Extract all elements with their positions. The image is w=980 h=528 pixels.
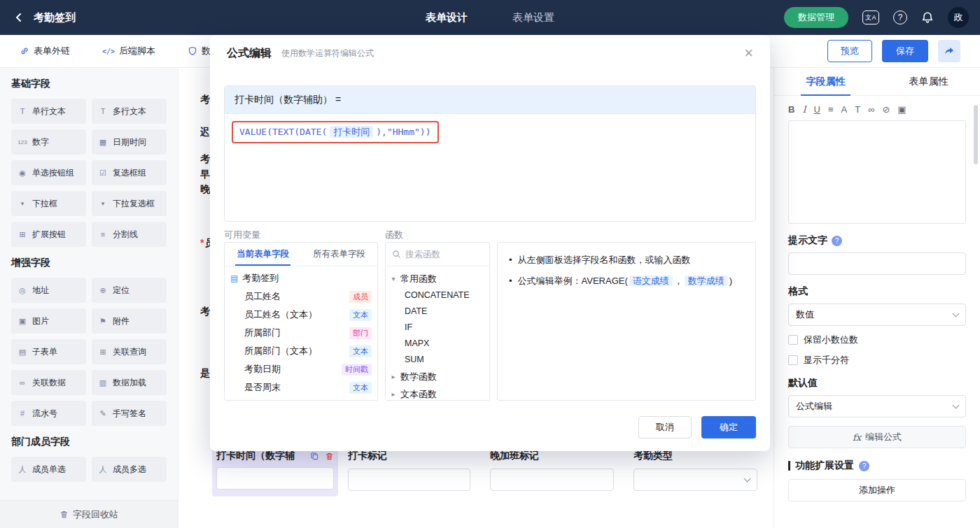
- help-example-suffix: ): [729, 276, 732, 286]
- thousand-separator-checkbox[interactable]: 显示千分符: [788, 354, 966, 366]
- canvas-field-input[interactable]: [490, 469, 614, 491]
- field-item-divider[interactable]: ≡分割线: [92, 222, 167, 247]
- radio-icon: ◉: [17, 169, 28, 178]
- canvas-field-attendance-type[interactable]: 考勤类型: [634, 450, 757, 491]
- copy-icon[interactable]: [310, 452, 319, 461]
- function-item-date[interactable]: DATE: [390, 304, 485, 320]
- back-button[interactable]: [11, 10, 27, 25]
- field-item-multi-line-text[interactable]: T多行文本: [92, 99, 167, 124]
- field-item-single-line-text[interactable]: T单行文本: [11, 99, 86, 124]
- function-search-input[interactable]: [405, 250, 483, 259]
- preview-button[interactable]: 预览: [827, 40, 872, 62]
- field-item-radio-group[interactable]: ◉单选按钮组: [11, 160, 86, 185]
- hint-text-input[interactable]: [788, 252, 966, 275]
- variable-row-employee-name-text[interactable]: 员工姓名（文本）文本: [230, 306, 372, 324]
- clipped-label: 是: [200, 367, 210, 380]
- unlink-icon[interactable]: ⊘: [882, 104, 890, 115]
- extension-help-icon[interactable]: ?: [859, 461, 869, 471]
- canvas-field-night-shift-mark[interactable]: 晚加班标记: [490, 450, 614, 491]
- insert-image-icon[interactable]: ▣: [897, 104, 906, 115]
- variable-row-is-weekend[interactable]: 是否周末文本: [230, 378, 372, 397]
- default-value-select[interactable]: 公式编辑: [788, 395, 966, 418]
- tab-all-form-fields[interactable]: 所有表单字段: [301, 243, 377, 266]
- canvas-field-punch-time-selected[interactable]: 打卡时间（数字辅: [212, 444, 338, 497]
- basic-fields-grid: T单行文本 T多行文本 123数字 ▦日期时间 ◉单选按钮组 ☑复选框组 ▼下拉…: [11, 99, 167, 247]
- font-size-icon[interactable]: T: [855, 104, 860, 115]
- help-icon[interactable]: ?: [893, 10, 907, 24]
- formula-editor-area[interactable]: VALUE(TEXT(DATE(打卡时间),"HHmm")): [225, 114, 755, 221]
- decimal-checkbox[interactable]: 保留小数位数: [788, 334, 966, 346]
- notification-bell-icon[interactable]: [921, 11, 934, 24]
- field-item-address[interactable]: ◎地址: [11, 278, 86, 303]
- delete-field-icon[interactable]: [325, 452, 334, 461]
- confirm-button[interactable]: 确定: [701, 416, 756, 438]
- field-palette-sidebar: 基础字段 T单行文本 T多行文本 123数字 ▦日期时间 ◉单选按钮组 ☑复选框…: [0, 68, 178, 528]
- function-item-sum[interactable]: SUM: [390, 352, 485, 368]
- canvas-field-punch-mark[interactable]: 打卡标记: [348, 450, 470, 491]
- canvas-field-input[interactable]: [216, 467, 334, 490]
- tab-current-form-fields[interactable]: 当前表单字段: [225, 243, 301, 266]
- underline-icon[interactable]: U: [814, 104, 820, 115]
- formula-target: 打卡时间（数字辅助） =: [225, 86, 755, 114]
- tab-field-properties[interactable]: 字段属性: [774, 68, 877, 95]
- field-item-member-multi[interactable]: 人成员多选: [92, 457, 167, 482]
- formula-field-chip[interactable]: 打卡时间: [330, 126, 373, 138]
- close-icon[interactable]: ×: [744, 45, 753, 61]
- align-icon[interactable]: ≡: [828, 104, 834, 115]
- tab-form-settings[interactable]: 表单设置: [512, 11, 554, 24]
- canvas-field-select[interactable]: [634, 469, 757, 491]
- italic-icon[interactable]: I: [802, 104, 806, 115]
- edit-formula-button[interactable]: fx 编辑公式: [788, 426, 966, 448]
- backend-script-button[interactable]: </> 后端脚本: [102, 45, 155, 57]
- function-group-math[interactable]: ▸ 数学函数: [390, 368, 485, 385]
- function-item-mapx[interactable]: MAPX: [390, 336, 485, 352]
- field-item-extend-button[interactable]: ⊞扩展按钮: [11, 222, 86, 247]
- field-item-member-single[interactable]: 人成员单选: [11, 457, 86, 482]
- variable-row-employee-name[interactable]: 员工姓名成员: [230, 287, 372, 306]
- field-item-attachment[interactable]: ⚑附件: [92, 308, 167, 334]
- format-select[interactable]: 数值: [788, 304, 966, 326]
- cancel-button[interactable]: 取消: [638, 416, 692, 438]
- link-icon[interactable]: ∞: [868, 104, 874, 115]
- tab-form-design[interactable]: 表单设计: [426, 11, 468, 24]
- save-button[interactable]: 保存: [882, 40, 928, 62]
- avatar[interactable]: 政: [948, 7, 969, 28]
- field-item-datetime[interactable]: ▦日期时间: [92, 129, 167, 155]
- formula-expression-highlighted[interactable]: VALUE(TEXT(DATE(打卡时间),"HHmm")): [232, 121, 439, 143]
- add-action-button[interactable]: 添加操作: [788, 479, 966, 501]
- function-item-concatenate[interactable]: CONCATENATE: [390, 287, 485, 304]
- field-item-dropdown[interactable]: ▼下拉框: [11, 191, 86, 216]
- field-item-image[interactable]: ▣图片: [11, 308, 86, 334]
- variable-row-department-text[interactable]: 所属部门（文本）文本: [230, 342, 372, 360]
- form-external-link-button[interactable]: 表单外链: [20, 45, 70, 57]
- variables-tree-root[interactable]: ▤ 考勤签到: [230, 269, 372, 287]
- scrollbar-thumb[interactable]: [974, 105, 978, 164]
- hint-help-icon[interactable]: ?: [832, 236, 842, 246]
- field-title-richtext-area[interactable]: [788, 120, 966, 224]
- field-item-linked-query[interactable]: ⊞关联查询: [92, 339, 167, 364]
- variable-row-attendance-date[interactable]: 考勤日期时间戳: [230, 360, 372, 378]
- field-item-dropdown-multi[interactable]: ▼下拉复选框: [92, 191, 167, 216]
- field-item-serial-number[interactable]: #流水号: [11, 401, 86, 426]
- function-group-common[interactable]: ▾ 常用函数: [390, 270, 485, 287]
- variable-row-department[interactable]: 所属部门部门: [230, 324, 372, 342]
- data-manage-button[interactable]: 数据管理: [784, 7, 848, 28]
- function-group-text[interactable]: ▸ 文本函数: [390, 385, 485, 401]
- field-item-linked-data[interactable]: ∞关联数据: [11, 370, 86, 395]
- font-color-icon[interactable]: A: [841, 104, 848, 115]
- field-recycle-bin[interactable]: 字段回收站: [0, 500, 178, 528]
- canvas-field-input[interactable]: [348, 469, 470, 491]
- field-item-signature[interactable]: ✎手写签名: [92, 401, 167, 426]
- backend-script-label: 后端脚本: [119, 45, 155, 57]
- translate-icon[interactable]: 文A: [862, 10, 879, 24]
- function-item-if[interactable]: IF: [390, 320, 485, 336]
- share-button[interactable]: [938, 40, 960, 62]
- field-item-data-load[interactable]: ▥数据加载: [92, 370, 167, 395]
- bold-icon[interactable]: B: [788, 104, 794, 115]
- field-item-location[interactable]: ⊕定位: [92, 278, 167, 303]
- field-item-subform[interactable]: ▤子表单: [11, 339, 86, 364]
- tab-form-properties[interactable]: 表单属性: [877, 68, 980, 95]
- field-item-checkbox-group[interactable]: ☑复选框组: [92, 160, 167, 185]
- field-item-number[interactable]: 123数字: [11, 129, 86, 155]
- help-text-2: 公式编辑举例：AVERAGE(语文成绩，数学成绩): [518, 273, 733, 289]
